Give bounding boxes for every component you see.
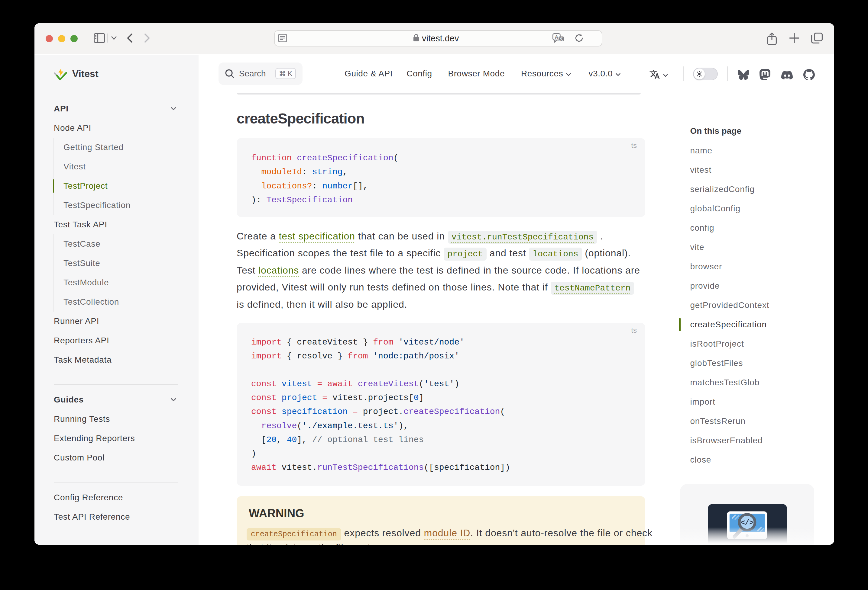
svg-text:</>: </> xyxy=(741,519,753,527)
svg-text:A: A xyxy=(555,34,558,40)
svg-text:文: 文 xyxy=(559,37,563,41)
